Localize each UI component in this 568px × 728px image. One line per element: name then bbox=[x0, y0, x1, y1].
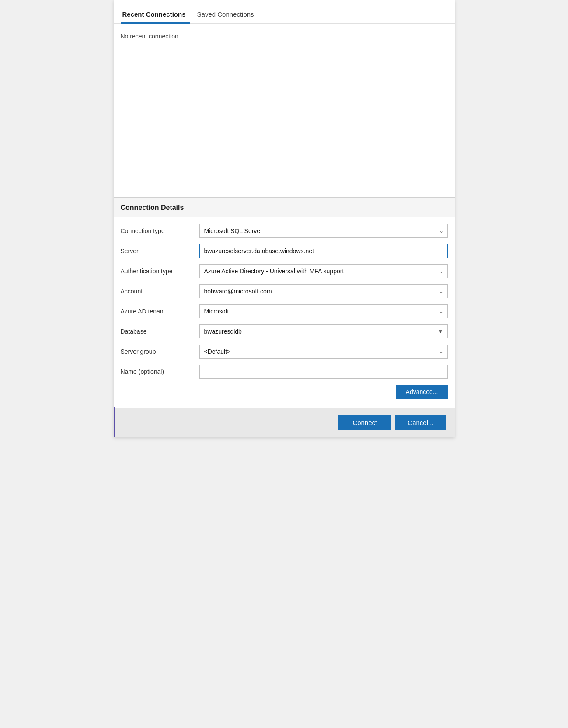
connection-type-select[interactable]: Microsoft SQL Server PostgreSQL MySQL bbox=[199, 224, 448, 238]
server-group-control: <Default> ⌄ bbox=[199, 345, 448, 359]
server-group-select-wrapper[interactable]: <Default> ⌄ bbox=[199, 345, 448, 359]
database-select-wrapper[interactable]: bwazuresqldb <Default> ▼ bbox=[199, 324, 448, 338]
name-optional-input[interactable] bbox=[199, 365, 448, 379]
azure-ad-tenant-select[interactable]: Microsoft bbox=[199, 304, 448, 318]
azure-ad-tenant-label: Azure AD tenant bbox=[121, 308, 199, 315]
connection-type-row: Connection type Microsoft SQL Server Pos… bbox=[121, 224, 448, 238]
database-row: Database bwazuresqldb <Default> ▼ bbox=[121, 324, 448, 338]
database-select[interactable]: bwazuresqldb <Default> bbox=[199, 324, 448, 338]
connection-details-section: Connection Details Connection type Micro… bbox=[114, 197, 455, 408]
advanced-button[interactable]: Advanced... bbox=[396, 385, 448, 399]
account-select[interactable]: bobward@microsoft.com bbox=[199, 284, 448, 298]
form-body: Connection type Microsoft SQL Server Pos… bbox=[114, 217, 455, 408]
account-row: Account bobward@microsoft.com ⌄ bbox=[121, 284, 448, 298]
azure-ad-tenant-control: Microsoft ⌄ bbox=[199, 304, 448, 318]
authentication-type-select[interactable]: Azure Active Directory - Universal with … bbox=[199, 264, 448, 278]
server-group-row: Server group <Default> ⌄ bbox=[121, 345, 448, 359]
name-optional-row: Name (optional) bbox=[121, 365, 448, 379]
connection-type-control: Microsoft SQL Server PostgreSQL MySQL ⌄ bbox=[199, 224, 448, 238]
account-control: bobward@microsoft.com ⌄ bbox=[199, 284, 448, 298]
database-label: Database bbox=[121, 328, 199, 335]
account-label: Account bbox=[121, 288, 199, 295]
server-row: Server bbox=[121, 244, 448, 258]
azure-ad-tenant-select-wrapper[interactable]: Microsoft ⌄ bbox=[199, 304, 448, 318]
bottom-bar: Connect Cancel... bbox=[114, 408, 455, 437]
azure-ad-tenant-row: Azure AD tenant Microsoft ⌄ bbox=[121, 304, 448, 318]
no-recent-label: No recent connection bbox=[121, 33, 178, 40]
database-control: bwazuresqldb <Default> ▼ bbox=[199, 324, 448, 338]
advanced-row: Advanced... bbox=[121, 385, 448, 399]
tabs-bar: Recent Connections Saved Connections bbox=[114, 0, 455, 24]
authentication-type-select-wrapper[interactable]: Azure Active Directory - Universal with … bbox=[199, 264, 448, 278]
connection-type-select-wrapper[interactable]: Microsoft SQL Server PostgreSQL MySQL ⌄ bbox=[199, 224, 448, 238]
recent-connections-area: No recent connection bbox=[114, 24, 455, 197]
connection-dialog: Recent Connections Saved Connections No … bbox=[114, 0, 455, 437]
connection-type-label: Connection type bbox=[121, 227, 199, 234]
left-accent-bar bbox=[114, 407, 115, 437]
server-control bbox=[199, 244, 448, 258]
authentication-type-control: Azure Active Directory - Universal with … bbox=[199, 264, 448, 278]
cancel-button[interactable]: Cancel... bbox=[395, 415, 446, 430]
section-title: Connection Details bbox=[121, 204, 184, 211]
authentication-type-row: Authentication type Azure Active Directo… bbox=[121, 264, 448, 278]
tab-saved-connections[interactable]: Saved Connections bbox=[195, 7, 258, 24]
account-select-wrapper[interactable]: bobward@microsoft.com ⌄ bbox=[199, 284, 448, 298]
server-label: Server bbox=[121, 247, 199, 254]
name-optional-control bbox=[199, 365, 448, 379]
name-optional-label: Name (optional) bbox=[121, 368, 199, 375]
section-header: Connection Details bbox=[114, 198, 455, 217]
server-group-label: Server group bbox=[121, 348, 199, 355]
server-group-select[interactable]: <Default> bbox=[199, 345, 448, 359]
authentication-type-label: Authentication type bbox=[121, 268, 199, 275]
connect-button[interactable]: Connect bbox=[338, 415, 391, 430]
tab-recent-connections[interactable]: Recent Connections bbox=[121, 7, 190, 24]
server-input[interactable] bbox=[199, 244, 448, 258]
